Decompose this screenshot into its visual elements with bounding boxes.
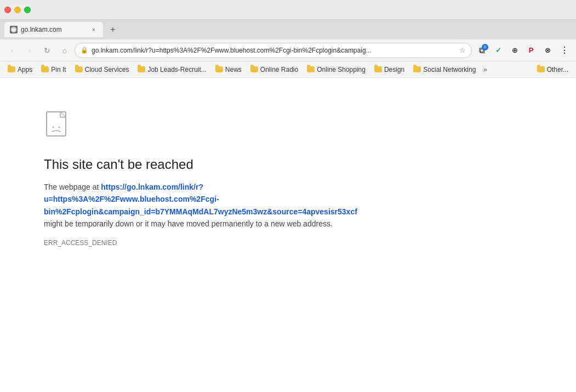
- folder-icon: [374, 66, 382, 72]
- title-bar: [0, 0, 576, 20]
- folder-icon: [250, 66, 258, 72]
- tab-bar: go.lnkam.com × +: [0, 20, 576, 39]
- folder-icon: [413, 66, 421, 72]
- folder-icon: [215, 66, 223, 72]
- bookmark-pin-it[interactable]: Pin It: [37, 64, 70, 75]
- folder-icon: [8, 66, 15, 72]
- error-title: This site can't be reached: [44, 157, 373, 172]
- error-container: This site can't be reached The webpage a…: [44, 111, 373, 247]
- security-icon: 🔒: [81, 47, 88, 54]
- error-description-suffix: might be temporarily down or it may have…: [44, 219, 333, 228]
- bookmark-online-shopping[interactable]: Online Shopping: [303, 64, 370, 75]
- bookmark-label: Online Radio: [260, 66, 298, 73]
- error-description: The webpage at https://go.lnkam.com/link…: [44, 181, 373, 230]
- main-content: This site can't be reached The webpage a…: [0, 78, 576, 392]
- github-icon: ⊕: [512, 46, 518, 54]
- folder-icon: [537, 66, 545, 72]
- bookmark-cloud-services[interactable]: Cloud Services: [71, 64, 134, 75]
- bookmark-label: Cloud Services: [85, 66, 129, 73]
- overflow-icon: »: [483, 66, 487, 73]
- bookmark-online-radio[interactable]: Online Radio: [246, 64, 303, 75]
- bookmark-star-icon[interactable]: ☆: [459, 46, 466, 54]
- forward-button[interactable]: ›: [22, 43, 37, 58]
- check-icon: ✓: [495, 46, 501, 54]
- bookmark-design[interactable]: Design: [370, 64, 409, 75]
- error-document-icon: [44, 111, 71, 144]
- reload-button[interactable]: ↻: [39, 43, 55, 58]
- forward-icon: ›: [28, 46, 31, 55]
- bookmark-job-leads[interactable]: Job Leads-Recruit...: [133, 64, 210, 75]
- traffic-lights: [4, 7, 31, 13]
- bookmark-news[interactable]: News: [211, 64, 246, 75]
- bookmarks-bar: Apps Pin It Cloud Services Job Leads-Rec…: [0, 61, 576, 78]
- home-button[interactable]: ⌂: [57, 43, 72, 58]
- bookmark-label: Apps: [18, 66, 32, 73]
- tab-close-button[interactable]: ×: [90, 26, 98, 33]
- close-window-button[interactable]: [4, 7, 11, 13]
- browser-action-buttons: ⧉ 0 ✓ ⊕ P ⊗ ⋮: [474, 43, 572, 58]
- navigation-bar: ‹ › ↻ ⌂ 🔒 go.lnkam.com/link/r?u=https%3A…: [0, 39, 576, 61]
- bookmark-label: Design: [384, 66, 404, 73]
- pinterest-icon: P: [529, 46, 534, 54]
- maximize-window-button[interactable]: [24, 7, 31, 13]
- web-icon: ⊗: [545, 46, 551, 54]
- more-icon: ⋮: [560, 45, 568, 55]
- back-icon: ‹: [11, 46, 14, 55]
- browser-tab[interactable]: go.lnkam.com ×: [4, 22, 103, 37]
- address-bar[interactable]: 🔒 go.lnkam.com/link/r?u=https%3A%2F%2Fww…: [75, 43, 472, 58]
- bookmark-apps[interactable]: Apps: [3, 64, 37, 75]
- error-code: ERR_ACCESS_DENIED: [44, 239, 373, 247]
- svg-point-3: [59, 127, 60, 128]
- back-button[interactable]: ‹: [4, 43, 20, 58]
- bookmark-social-networking[interactable]: Social Networking: [409, 64, 480, 75]
- bookmark-label: Pin It: [51, 66, 66, 73]
- pinterest-button[interactable]: P: [523, 43, 539, 58]
- reload-icon: ↻: [44, 46, 50, 55]
- bookmark-label: Online Shopping: [317, 66, 366, 73]
- github-button[interactable]: ⊕: [507, 43, 522, 58]
- home-icon: ⌂: [62, 46, 67, 55]
- folder-icon: [41, 66, 49, 72]
- tab-title: go.lnkam.com: [21, 26, 87, 33]
- bookmarks-overflow-button[interactable]: »: [480, 64, 491, 75]
- bookmark-label: News: [225, 66, 242, 73]
- web-button[interactable]: ⊗: [540, 43, 555, 58]
- address-text: go.lnkam.com/link/r?u=https%3A%2F%2Fwww.…: [92, 47, 456, 54]
- extensions-button[interactable]: ⧉ 0: [474, 43, 489, 58]
- new-tab-button[interactable]: +: [105, 22, 121, 37]
- bookmark-label: Job Leads-Recruit...: [147, 66, 206, 73]
- bookmark-label: Social Networking: [423, 66, 476, 73]
- folder-icon: [307, 66, 315, 72]
- extensions-badge: 0: [482, 44, 488, 50]
- error-description-prefix: The webpage at: [44, 183, 101, 191]
- minimize-window-button[interactable]: [14, 7, 21, 13]
- bookmark-other-label: Other...: [547, 66, 568, 73]
- folder-icon: [138, 66, 145, 72]
- grammarly-button[interactable]: ✓: [491, 43, 506, 58]
- folder-icon: [75, 66, 83, 72]
- svg-point-2: [53, 127, 54, 128]
- tab-favicon-icon: [10, 26, 18, 33]
- bookmarks-other[interactable]: Other...: [533, 64, 573, 75]
- more-menu-button[interactable]: ⋮: [556, 43, 572, 58]
